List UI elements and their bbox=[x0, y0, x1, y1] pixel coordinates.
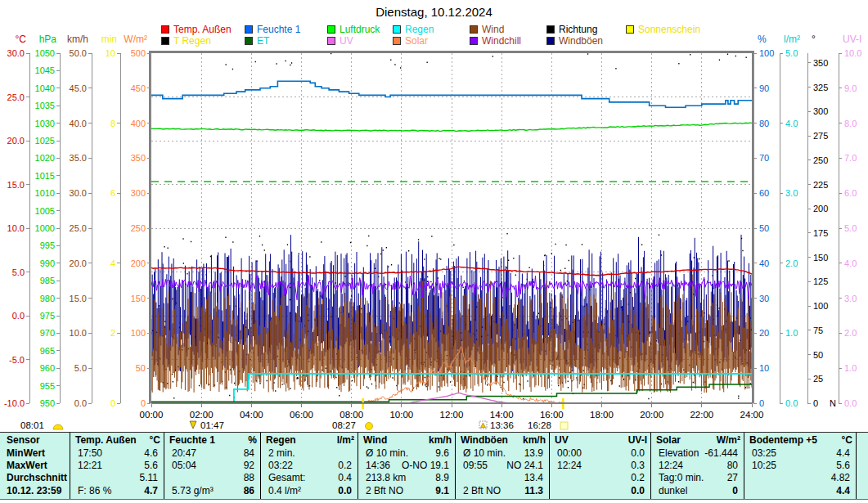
tick-label: 60 bbox=[759, 188, 769, 198]
table-cell-value: 4.4 bbox=[752, 485, 850, 496]
x-tick-label: 18:00 bbox=[590, 410, 614, 420]
marker-moonrise-icon bbox=[481, 423, 486, 428]
tick-label: 0 bbox=[813, 398, 818, 408]
tick-label: 965 bbox=[40, 346, 55, 356]
x-tick-label: 04:00 bbox=[240, 410, 263, 420]
table-cell-value: 4.82 bbox=[752, 472, 850, 483]
tick-label: 40.0 bbox=[70, 119, 87, 128]
table-separator bbox=[744, 433, 744, 499]
marker-sunrise-label: 08:27 bbox=[332, 420, 356, 430]
tick-label: 0 bbox=[141, 398, 146, 408]
table-col-unit: % bbox=[169, 434, 257, 446]
tick-label: 20 bbox=[759, 328, 769, 338]
table-cell-value: 27 bbox=[659, 472, 738, 483]
tick-label: 175 bbox=[813, 228, 828, 238]
marker-0801-icon bbox=[53, 424, 63, 429]
tick-label: 250 bbox=[813, 155, 828, 165]
tick-label: 0 bbox=[110, 398, 115, 408]
tick-label: 3.0 bbox=[844, 294, 857, 303]
tick-label: 250 bbox=[131, 223, 146, 233]
tick-label-north: N bbox=[830, 398, 836, 408]
table-separator bbox=[549, 433, 550, 499]
table-separator bbox=[70, 433, 70, 499]
tick-label: 980 bbox=[40, 294, 55, 303]
tick-label: 975 bbox=[40, 311, 55, 321]
tick-label: 4.0 bbox=[844, 258, 857, 268]
table-cell-value: 5.6 bbox=[78, 460, 158, 471]
series-uv bbox=[407, 393, 509, 403]
tick-label: 2.0 bbox=[844, 328, 857, 338]
tick-label: 150 bbox=[813, 253, 828, 263]
tick-label: 20.0 bbox=[7, 136, 25, 146]
tick-label: 35.0 bbox=[70, 153, 87, 163]
table-cell-value: 5.11 bbox=[78, 472, 158, 483]
table-cell-info: 2 min. bbox=[268, 447, 352, 459]
table-separator bbox=[164, 433, 164, 499]
tick-label: 225 bbox=[813, 180, 828, 190]
tick-label: 9.0 bbox=[844, 83, 857, 93]
tick-label: 8.0 bbox=[844, 119, 857, 128]
axis-unit-label: km/h bbox=[67, 34, 88, 45]
table-separator bbox=[358, 433, 358, 499]
tick-label: 1050 bbox=[35, 48, 55, 58]
tick-label: 300 bbox=[813, 106, 828, 116]
tick-label: 275 bbox=[813, 131, 828, 141]
table-cell-value: 0 bbox=[659, 485, 738, 496]
tick-label: 1020 bbox=[35, 153, 55, 163]
table-cell-value: 0.0 bbox=[557, 447, 645, 459]
table-col-unit: km/h bbox=[461, 434, 546, 446]
tick-label: 4.0 bbox=[785, 119, 798, 128]
table-cell-value: 11.3 bbox=[463, 485, 543, 496]
tick-label: 1.0 bbox=[785, 328, 798, 338]
tick-label: 10.0 bbox=[844, 48, 861, 58]
table-col-unit: km/h bbox=[363, 434, 452, 446]
tick-label: 30 bbox=[759, 294, 769, 303]
tick-label: 200 bbox=[131, 258, 146, 268]
table-cell-value: 0.0 bbox=[557, 485, 645, 496]
tick-label: 25.0 bbox=[7, 92, 25, 102]
x-tick-label: 20:00 bbox=[640, 410, 663, 420]
axis-unit-label: W/m² bbox=[124, 34, 147, 45]
table-cell-value: 80 bbox=[659, 460, 738, 471]
table-cell-value: 9.6 bbox=[366, 447, 449, 459]
tick-label: 30.0 bbox=[7, 48, 25, 58]
table-col-unit: W/m² bbox=[656, 434, 740, 446]
table-row-label: 10.12. 23:59 bbox=[7, 485, 69, 496]
table-cell-value: 5.6 bbox=[752, 460, 850, 471]
table-cell-value: NO 24.1 bbox=[463, 460, 543, 471]
tick-label: 1035 bbox=[35, 101, 55, 110]
table-cell-value: 4.6 bbox=[78, 447, 158, 459]
tick-label: 50.0 bbox=[70, 48, 87, 58]
tick-label: 10 bbox=[759, 363, 769, 373]
table-cell-value: 13.4 bbox=[463, 472, 543, 483]
tick-label: 50 bbox=[759, 223, 769, 233]
tick-label: 1010 bbox=[35, 188, 55, 198]
tick-label: 3.0 bbox=[785, 188, 798, 198]
tick-label: 450 bbox=[131, 83, 146, 93]
tick-label: 200 bbox=[813, 204, 828, 213]
tick-label: 100 bbox=[759, 48, 774, 58]
tick-label: 25 bbox=[813, 374, 823, 384]
axis-unit-label: min bbox=[101, 34, 117, 45]
table-cell-value: 92 bbox=[172, 460, 254, 471]
x-tick-label: 10:00 bbox=[389, 410, 413, 420]
x-tick-label: 12:00 bbox=[440, 410, 464, 420]
tick-label: 75 bbox=[813, 326, 823, 335]
tick-label: 1015 bbox=[35, 171, 55, 181]
table-cell-value: 4.4 bbox=[752, 447, 850, 459]
x-tick-label: 16:00 bbox=[540, 410, 564, 420]
tick-label: 500 bbox=[131, 48, 146, 58]
tick-label: 25.0 bbox=[70, 223, 87, 233]
tick-label: 1005 bbox=[35, 206, 55, 216]
tick-label: 1.0 bbox=[844, 363, 857, 373]
weather-chart: -10.0-5.00.05.010.015.020.025.030.0°C950… bbox=[0, 0, 868, 432]
marker-0147-label: 01:47 bbox=[200, 420, 224, 430]
table-cell-value: 0.4 bbox=[268, 472, 352, 483]
x-tick-label: 22:00 bbox=[690, 410, 713, 420]
tick-label: 1040 bbox=[35, 83, 55, 93]
tick-label: 985 bbox=[40, 276, 55, 285]
tick-label: 100 bbox=[813, 301, 828, 311]
tick-label: 350 bbox=[813, 58, 828, 68]
table-separator bbox=[260, 433, 261, 499]
table-col-unit: °C bbox=[75, 434, 160, 446]
